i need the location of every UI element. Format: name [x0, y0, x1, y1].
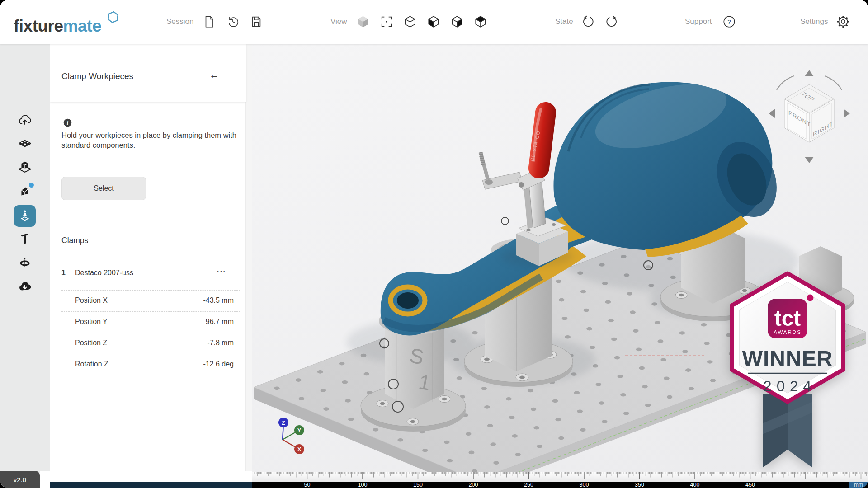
- cube-top-face-icon[interactable]: [474, 15, 487, 28]
- tct-logo-sub: AWARDS: [774, 329, 802, 335]
- arm-hole: [397, 292, 419, 309]
- ruler-label: 300: [580, 482, 589, 488]
- ruler-unit-badge[interactable]: mm: [849, 482, 868, 488]
- ruler-label: 100: [358, 482, 368, 488]
- cube-left-face-icon[interactable]: [427, 15, 440, 28]
- property-label: Position Z: [75, 339, 107, 347]
- sidebar-item-orient-block[interactable]: [17, 184, 33, 199]
- x-axis-label: X: [297, 446, 301, 453]
- clamp-menu-button[interactable]: ⋯: [214, 265, 229, 277]
- undo-icon[interactable]: [581, 15, 595, 28]
- sidebar-item-probe-ring[interactable]: [17, 255, 33, 271]
- logo-text-fixture: fixture: [14, 17, 63, 35]
- ruler-label: 50: [304, 482, 311, 488]
- settings-gear-icon[interactable]: [836, 15, 850, 28]
- cube-right-face-icon[interactable]: [450, 15, 464, 28]
- property-label: Position X: [75, 296, 108, 305]
- view-down-arrow[interactable]: [805, 157, 814, 163]
- fit-view-icon[interactable]: [380, 15, 393, 28]
- logo-hexagon-icon: [107, 11, 119, 23]
- notification-dot: [29, 183, 34, 188]
- version-badge: v2.0: [0, 471, 40, 488]
- property-value[interactable]: -7.8 mm: [207, 339, 234, 347]
- back-button[interactable]: ←: [209, 70, 219, 80]
- property-value[interactable]: 96.7 mm: [206, 318, 234, 326]
- workpiece-housing[interactable]: [553, 71, 787, 257]
- save-icon[interactable]: [250, 15, 263, 28]
- clamp-properties: Position X-43.5 mmPosition Y96.7 mmPosit…: [61, 290, 240, 375]
- sidebar-item-bolt[interactable]: [17, 231, 33, 246]
- axis-triad: Z Y X: [278, 418, 304, 454]
- clamp-name: Destaco 2007-uss: [75, 269, 133, 277]
- support-label: Support: [685, 17, 712, 26]
- property-row[interactable]: Position Z-7.8 mm: [61, 333, 240, 354]
- select-button[interactable]: Select: [61, 177, 146, 200]
- info-icon: i: [63, 118, 72, 127]
- app-window: fixturemate Session View State Support ?…: [0, 0, 868, 488]
- y-axis-label: Y: [297, 427, 301, 434]
- sidebar-item-workpiece[interactable]: [17, 160, 33, 175]
- clamps-heading: Clamps: [61, 236, 88, 245]
- view-right-arrow[interactable]: [844, 109, 850, 118]
- redo-icon[interactable]: [605, 15, 618, 28]
- sidebar-item-baseplate[interactable]: [17, 136, 33, 152]
- settings-icons: [836, 15, 850, 28]
- session-label: Session: [166, 17, 193, 26]
- view-icons: [356, 15, 487, 28]
- tct-logo-dot: [807, 295, 814, 301]
- logo-text-mate: mate: [63, 17, 101, 35]
- panel-scrollbar-gutter[interactable]: [245, 44, 252, 488]
- view-up-arrow[interactable]: [805, 70, 814, 76]
- property-row[interactable]: Position X-43.5 mm: [61, 290, 240, 312]
- badge-year-text: 2024: [763, 378, 816, 394]
- new-file-icon[interactable]: [203, 15, 216, 28]
- ruler-label: 250: [524, 482, 533, 488]
- rotate-ccw-arc[interactable]: [777, 76, 794, 90]
- property-row[interactable]: Position Y96.7 mm: [61, 312, 240, 333]
- viewport-3d[interactable]: S1: [252, 44, 868, 472]
- panel-header: Clamp Workpieces ←: [50, 44, 246, 102]
- ruler-label: 150: [413, 482, 423, 488]
- ruler-label: 200: [469, 482, 478, 488]
- ruler-label: 350: [635, 482, 644, 488]
- wireframe-cube-icon[interactable]: [403, 15, 417, 28]
- badge-winner-text: WINNER: [742, 347, 833, 371]
- svg-text:?: ?: [727, 19, 731, 25]
- status-progress-bar: [50, 482, 252, 488]
- ruler-ticks: [252, 472, 868, 482]
- panel-description: Hold your workpieces in place by clampin…: [61, 131, 238, 150]
- page-title: Clamp Workpieces: [61, 71, 133, 81]
- help-icon[interactable]: ?: [722, 15, 736, 28]
- support-icons: ?: [722, 15, 736, 28]
- sidebar: [0, 44, 50, 488]
- property-value[interactable]: -12.6 deg: [203, 360, 234, 368]
- ruler-label: 400: [690, 482, 700, 488]
- shaded-cube-icon[interactable]: [356, 15, 370, 28]
- clamp-list-item[interactable]: 1 Destaco 2007-uss ⋯: [61, 265, 240, 283]
- property-value[interactable]: -43.5 mm: [203, 296, 234, 305]
- clamp-handle[interactable]: DE-STA-CO: [527, 101, 557, 179]
- z-axis-label: Z: [282, 420, 285, 426]
- session-icons: [203, 15, 263, 28]
- state-label: State: [555, 17, 573, 26]
- view-left-arrow[interactable]: [769, 109, 775, 118]
- property-row[interactable]: Rotation Z-12.6 deg: [61, 354, 240, 375]
- tct-award-badge: tct AWARDS WINNER 2024: [720, 270, 855, 472]
- rotate-cw-arc[interactable]: [825, 76, 842, 90]
- property-label: Rotation Z: [75, 360, 108, 368]
- history-icon[interactable]: [226, 15, 240, 28]
- view-cube[interactable]: TOP FRONT RIGHT: [767, 69, 857, 165]
- sidebar-item-download-cloud[interactable]: [17, 279, 33, 295]
- sidebar-item-clamp[interactable]: [14, 205, 36, 227]
- ruler-label: 450: [745, 482, 755, 488]
- state-icons: [581, 15, 618, 28]
- property-label: Position Y: [75, 318, 108, 326]
- sidebar-item-upload-cloud[interactable]: [17, 113, 33, 128]
- ruler-scale: 50100150200250300350400450: [252, 482, 868, 488]
- view-label: View: [330, 17, 347, 26]
- clamp-index: 1: [61, 269, 66, 277]
- settings-label: Settings: [800, 17, 828, 26]
- tct-logo-text: tct: [774, 306, 801, 330]
- award-ribbon: [763, 394, 812, 468]
- topbar: fixturemate Session View State Support ?…: [0, 0, 868, 44]
